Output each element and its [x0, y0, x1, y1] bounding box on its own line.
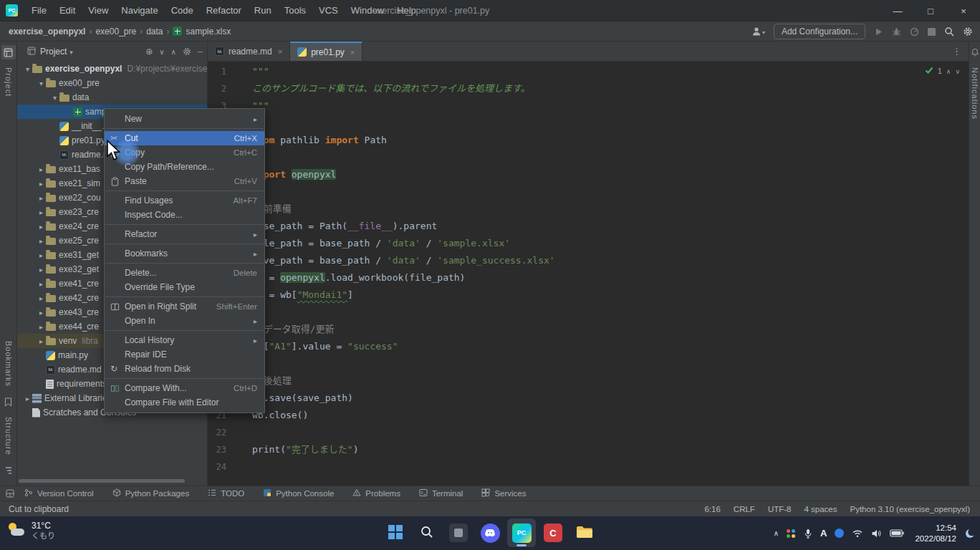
chevron-right-icon[interactable]: [37, 223, 46, 231]
project-stripe-label[interactable]: Project: [4, 67, 13, 97]
bookmark-icon[interactable]: [1, 395, 16, 409]
menu-file[interactable]: File: [25, 0, 53, 21]
chevron-right-icon[interactable]: [37, 294, 46, 302]
chevron-down-icon[interactable]: [69, 47, 73, 57]
context-menu-item-reload-from-disk[interactable]: ↻Reload from Disk: [105, 362, 264, 376]
maximize-button[interactable]: □: [914, 0, 947, 21]
debug-button[interactable]: [892, 27, 901, 37]
breadcrumb-item-data[interactable]: data: [146, 26, 163, 37]
close-button[interactable]: ×: [947, 0, 980, 21]
tray-colorful-icon[interactable]: [787, 529, 796, 538]
context-menu-item-local-history[interactable]: Local History: [105, 333, 264, 347]
project-stripe-icon[interactable]: [1, 45, 16, 59]
context-menu-item-bookmarks[interactable]: Bookmarks: [105, 246, 264, 261]
tree-item-data[interactable]: data: [17, 90, 207, 105]
chevron-right-icon[interactable]: [37, 251, 46, 259]
file-explorer-icon[interactable]: [570, 518, 599, 547]
structure-icon[interactable]: [1, 463, 16, 478]
breadcrumb-item-exe00-pre[interactable]: exe00_pre: [95, 26, 136, 37]
status-4-spaces[interactable]: 4 spaces: [804, 505, 837, 513]
toolwindow-button-python-console[interactable]: Python Console: [263, 488, 334, 498]
breadcrumb-item-exercise-openpyxl[interactable]: exercise_openpyxl: [9, 26, 85, 37]
chevron-right-icon[interactable]: [23, 395, 32, 402]
chevron-down-icon[interactable]: [955, 67, 960, 75]
tray-chevron-icon[interactable]: [774, 529, 779, 537]
horizontal-scrollbar[interactable]: [19, 479, 185, 483]
tab-readme-md[interactable]: readme.md: [208, 42, 290, 61]
context-menu-item-inspect-code[interactable]: Inspect Code...: [105, 208, 264, 222]
editor[interactable]: 123456789101112131415161718192021222324 …: [208, 62, 969, 486]
clock-widget[interactable]: 12:54 2022/08/12: [915, 523, 956, 544]
wifi-icon[interactable]: [852, 529, 863, 538]
windows-start-icon[interactable]: [381, 518, 410, 547]
gear-icon[interactable]: [183, 47, 191, 56]
context-menu-item-refactor[interactable]: Refactor: [105, 227, 264, 241]
menu-view[interactable]: View: [82, 0, 115, 21]
status-crlf[interactable]: CRLF: [734, 505, 755, 513]
context-menu-item-repair-ide[interactable]: Repair IDE: [105, 347, 264, 362]
chevron-right-icon[interactable]: [37, 237, 46, 245]
hide-panel-icon[interactable]: [198, 48, 203, 56]
menu-tools[interactable]: Tools: [278, 0, 312, 21]
focus-assist-moon-icon[interactable]: [964, 528, 976, 539]
chevron-up-icon[interactable]: [946, 67, 951, 75]
status-python-3-10-exercise-openpyxl[interactable]: Python 3.10 (exercise_openpyxl): [850, 505, 971, 513]
battery-icon[interactable]: [890, 529, 904, 537]
tree-item-exe00-pre[interactable]: exe00_pre: [17, 76, 207, 90]
search-everywhere-icon[interactable]: [944, 26, 954, 37]
toolwindow-button-todo[interactable]: TODO: [208, 488, 244, 498]
context-menu-item-delete[interactable]: Delete...Delete: [105, 266, 264, 280]
chevron-right-icon[interactable]: [37, 194, 46, 202]
app-red-icon[interactable]: [539, 518, 567, 547]
bookmarks-stripe-label[interactable]: Bookmarks: [4, 341, 13, 387]
chevron-down-icon[interactable]: [37, 79, 46, 87]
tab-pre01-py[interactable]: pre01.py: [290, 42, 362, 61]
context-menu-item-open-in-right-split[interactable]: Open in Right SplitShift+Enter: [105, 299, 264, 314]
tree-item-exercise-openpyxl[interactable]: exercise_openpyxlD:¥projects¥exercise_op: [17, 62, 207, 76]
editor-code[interactable]: """このサンプルコード集では、以下の流れでファイルを処理します。""" fro…: [252, 63, 969, 486]
breadcrumb-item-sample-xlsx[interactable]: sample.xlsx: [173, 26, 231, 37]
microphone-icon[interactable]: [804, 529, 812, 539]
menu-refactor[interactable]: Refactor: [200, 0, 248, 21]
structure-stripe-label[interactable]: Structure: [4, 417, 13, 455]
stop-button[interactable]: [928, 28, 936, 36]
tab-options-icon[interactable]: [952, 46, 961, 57]
context-menu-item-compare-file-with-editor[interactable]: Compare File with Editor: [105, 395, 264, 410]
app-dark-icon[interactable]: [444, 518, 473, 547]
chevron-right-icon[interactable]: [37, 337, 46, 345]
minimize-button[interactable]: —: [881, 0, 914, 21]
chevron-right-icon[interactable]: [37, 266, 46, 274]
user-icon[interactable]: [751, 26, 765, 37]
close-tab-icon[interactable]: [278, 47, 282, 56]
pycharm-icon[interactable]: [507, 518, 536, 547]
collapse-all-icon[interactable]: [171, 48, 176, 56]
toolwindow-button-terminal[interactable]: Terminal: [419, 488, 463, 498]
discord-icon[interactable]: [476, 518, 504, 547]
context-menu-item-paste[interactable]: PasteCtrl+V: [105, 174, 264, 188]
chevron-right-icon[interactable]: [37, 323, 46, 331]
menu-edit[interactable]: Edit: [53, 0, 82, 21]
profiler-button[interactable]: [910, 27, 919, 37]
menu-vcs[interactable]: VCS: [312, 0, 345, 21]
context-menu-item-find-usages[interactable]: Find UsagesAlt+F7: [105, 193, 264, 208]
menu-navigate[interactable]: Navigate: [115, 0, 164, 21]
toolwindow-button-problems[interactable]: Problems: [352, 488, 400, 498]
volume-icon[interactable]: [871, 529, 882, 538]
chevron-down-icon[interactable]: [23, 65, 32, 73]
status-utf-8[interactable]: UTF-8: [768, 505, 792, 513]
settings-gear-icon[interactable]: [963, 26, 973, 37]
taskbar-search-icon[interactable]: [413, 518, 441, 547]
toolwindow-button-python-packages[interactable]: Python Packages: [112, 488, 190, 498]
chevron-down-icon[interactable]: [50, 94, 59, 102]
notifications-stripe-label[interactable]: Notifications: [971, 67, 979, 120]
locate-icon[interactable]: [145, 47, 153, 57]
weather-widget[interactable]: 31°C くもり: [7, 521, 55, 541]
status-6-16[interactable]: 6:16: [704, 505, 720, 513]
chevron-right-icon[interactable]: [37, 180, 46, 188]
chevron-right-icon[interactable]: [37, 208, 46, 216]
project-panel-title[interactable]: Project: [40, 47, 67, 57]
expand-all-icon[interactable]: [159, 48, 164, 56]
close-tab-icon[interactable]: [350, 48, 355, 57]
context-menu-item-compare-with[interactable]: Compare With...Ctrl+D: [105, 381, 264, 395]
menu-code[interactable]: Code: [165, 0, 200, 21]
